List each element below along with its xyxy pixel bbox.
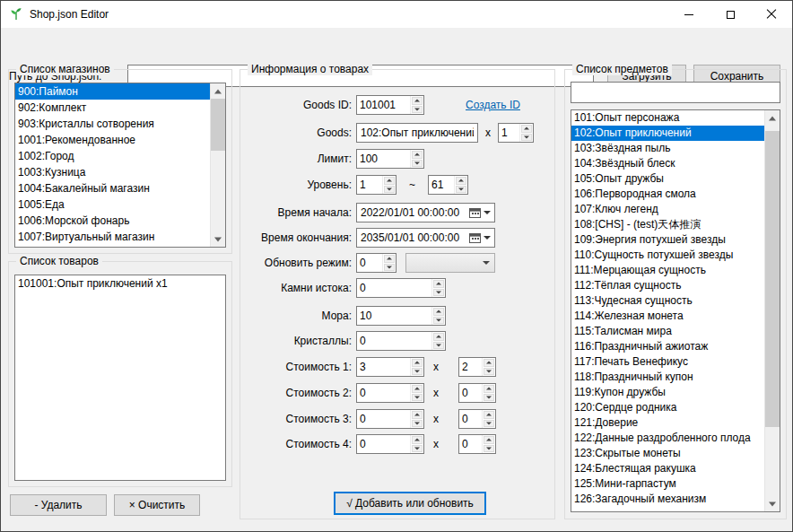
spin-down-icon[interactable] [484, 394, 494, 402]
goods-count-spinner[interactable]: 1 [498, 123, 534, 143]
goods-id-spinner[interactable]: 101001 [356, 95, 424, 115]
list-item[interactable]: 101001:Опыт приключений x1 [15, 275, 225, 292]
items-listbox[interactable]: 101:Опыт персонажа102:Опыт приключений10… [571, 109, 780, 512]
add-or-update-button[interactable]: √ Добавить или обновить [334, 492, 486, 515]
spin-down-icon[interactable] [433, 317, 444, 325]
level-min-spinner[interactable]: 1 [356, 175, 396, 195]
scroll-down-icon[interactable] [765, 496, 780, 511]
refresh-type-combobox[interactable] [405, 253, 495, 273]
goods-list[interactable]: 101001:Опыт приключений x1 [15, 275, 225, 480]
spin-up-icon[interactable] [484, 359, 494, 367]
list-item[interactable]: 118:Праздничный купон [571, 370, 764, 385]
cost-1-id-spinner[interactable]: 3 [356, 357, 424, 377]
maximize-button[interactable] [710, 1, 751, 28]
shops-scrollbar[interactable] [210, 83, 225, 247]
list-item[interactable]: 126:Загадочный механизм [571, 492, 764, 507]
list-item[interactable]: 113:Чудесная сущность [571, 293, 764, 309]
list-item[interactable]: 116:Праздничный ажиотаж [571, 339, 764, 354]
list-item[interactable]: 112:Тёплая сущность [571, 278, 764, 293]
list-item[interactable]: 103:Звёздная пыль [571, 141, 764, 156]
spin-down-icon[interactable] [484, 445, 494, 453]
list-item[interactable]: 111:Мерцающая сущность [571, 263, 764, 278]
calendar-dropdown-button[interactable] [465, 229, 494, 247]
goods-input[interactable] [356, 123, 478, 143]
spin-up-icon[interactable] [433, 308, 444, 316]
cost-2-count-spinner[interactable]: 0 [458, 383, 496, 403]
create-id-link[interactable]: Создать ID [466, 99, 520, 111]
mora-spinner[interactable]: 10 [356, 306, 446, 326]
limit-spinner[interactable]: 100 [356, 149, 424, 169]
spin-down-icon[interactable] [484, 368, 494, 376]
list-item[interactable]: 1002:Город [15, 148, 210, 164]
spin-down-icon[interactable] [384, 264, 395, 272]
list-item[interactable]: 1005:Еда [15, 196, 210, 213]
scroll-track[interactable] [211, 99, 225, 231]
primogems-spinner[interactable]: 0 [356, 278, 446, 298]
delete-button[interactable]: - Удалить [10, 494, 107, 516]
list-item[interactable]: 107:Ключ легенд [571, 202, 764, 217]
spin-up-icon[interactable] [412, 151, 423, 159]
spin-up-icon[interactable] [412, 411, 423, 419]
level-max-spinner[interactable]: 61 [428, 175, 468, 195]
list-item[interactable]: 900:Паймон [15, 83, 210, 100]
spin-up-icon[interactable] [484, 411, 494, 419]
list-item[interactable]: 903:Кристаллы сотворения [15, 116, 210, 132]
list-item[interactable]: 109:Энергия потухшей звезды [571, 232, 764, 248]
spin-down-icon[interactable] [456, 186, 466, 194]
items-list[interactable]: 101:Опыт персонажа102:Опыт приключений10… [571, 110, 764, 511]
spin-down-icon[interactable] [412, 106, 423, 114]
list-item[interactable]: 115:Талисман мира [571, 324, 764, 339]
spin-down-icon[interactable] [412, 445, 423, 453]
spin-down-icon[interactable] [484, 420, 494, 428]
spin-up-icon[interactable] [412, 436, 423, 444]
list-item[interactable]: 102:Опыт приключений [571, 126, 764, 141]
cost-2-id-spinner[interactable]: 0 [356, 383, 424, 403]
minimize-button[interactable] [668, 1, 710, 28]
items-scrollbar[interactable] [764, 110, 780, 511]
goods-listbox[interactable]: 101001:Опыт приключений x1 [14, 275, 226, 481]
list-item[interactable]: 114:Железная монета [571, 309, 764, 324]
spin-up-icon[interactable] [384, 255, 395, 263]
list-item[interactable]: 119:Купон дружбы [571, 385, 764, 400]
spin-up-icon[interactable] [412, 97, 423, 105]
spin-down-icon[interactable] [433, 342, 444, 350]
list-item[interactable]: 123:Скрытые монеты [571, 446, 764, 461]
refresh-mode-spinner[interactable]: 0 [356, 253, 396, 273]
spin-up-icon[interactable] [484, 385, 494, 393]
spin-down-icon[interactable] [412, 420, 423, 428]
spin-up-icon[interactable] [521, 125, 532, 133]
list-item[interactable]: 117:Печать Венефикус [571, 354, 764, 370]
scroll-track[interactable] [765, 126, 780, 496]
shops-list[interactable]: 900:Паймон902:Комплект903:Кристаллы сотв… [15, 83, 210, 247]
spin-down-icon[interactable] [412, 368, 423, 376]
crystals-spinner[interactable]: 0 [356, 331, 446, 351]
clear-button[interactable]: × Очистить [114, 494, 200, 516]
cost-3-count-spinner[interactable]: 0 [458, 409, 496, 429]
list-item[interactable]: 1004:Бакалейный магазин [15, 180, 210, 196]
list-item[interactable]: 1001:Рекомендованное [15, 132, 210, 148]
list-item[interactable]: 120:Сердце родника [571, 400, 764, 415]
list-item[interactable]: 122:Данные раздробленного плода [571, 431, 764, 446]
list-item[interactable]: 124:Блестящая ракушка [571, 461, 764, 476]
cost-4-id-spinner[interactable]: 0 [356, 434, 424, 454]
cost-1-count-spinner[interactable]: 2 [458, 357, 496, 377]
end-time-picker[interactable]: 2035/01/01 00:00:00 [356, 228, 495, 248]
spin-up-icon[interactable] [433, 333, 444, 341]
spin-down-icon[interactable] [433, 289, 444, 297]
list-item[interactable]: 1006:Морской фонарь [15, 213, 210, 229]
scroll-up-icon[interactable] [211, 83, 225, 99]
list-item[interactable]: 1007:Виртуальный магазин [15, 229, 210, 245]
list-item[interactable]: 110:Сущность потухшей звезды [571, 248, 764, 263]
spin-down-icon[interactable] [412, 394, 423, 402]
spin-up-icon[interactable] [412, 385, 423, 393]
scroll-up-icon[interactable] [765, 110, 780, 126]
list-item[interactable]: 1003:Кузница [15, 164, 210, 180]
cost-4-count-spinner[interactable]: 0 [458, 434, 496, 454]
spin-down-icon[interactable] [384, 186, 395, 194]
spin-up-icon[interactable] [433, 280, 444, 288]
list-item[interactable]: 104:Звёздный блеск [571, 156, 764, 171]
calendar-dropdown-button[interactable] [465, 204, 494, 222]
list-item[interactable]: 121:Доверие [571, 415, 764, 431]
close-button[interactable] [751, 1, 792, 28]
spin-down-icon[interactable] [412, 160, 423, 168]
